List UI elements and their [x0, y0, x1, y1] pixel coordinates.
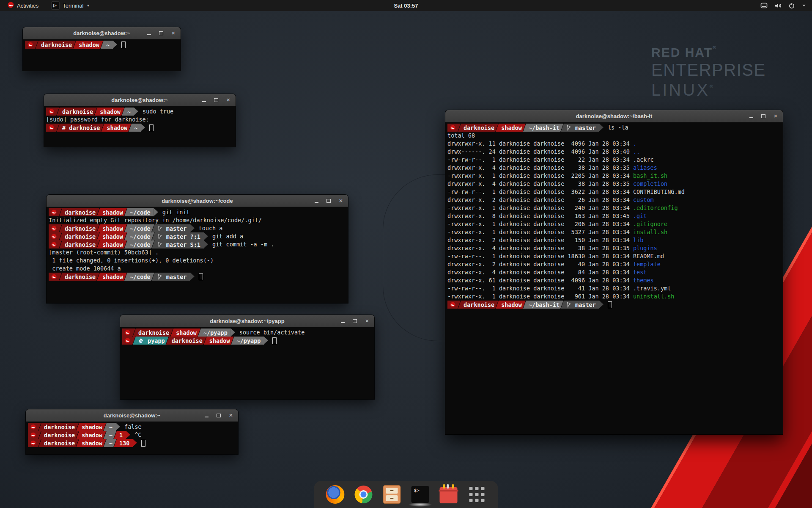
maximize-button[interactable]	[760, 113, 766, 119]
close-button[interactable]: ×	[228, 412, 234, 418]
prompt-segment-host: shadow	[97, 224, 127, 232]
output-text: total 68	[447, 132, 475, 139]
prompt-segment-git: master	[561, 124, 599, 132]
activities-label: Activities	[17, 3, 38, 9]
file-name: custom	[633, 196, 654, 203]
rhel-logo-redhat: RED HAT®	[651, 45, 766, 60]
minimize-button[interactable]	[313, 198, 319, 204]
window-titlebar[interactable]: darknoise@shadow:~×	[26, 409, 238, 422]
powerline-arrow-icon	[204, 240, 208, 248]
prompt-segment-user: darknoise	[59, 232, 99, 240]
maximize-button[interactable]	[352, 318, 358, 324]
maximize-icon	[214, 98, 218, 102]
output-line: create mode 100644 a	[49, 265, 346, 273]
dock-item-chrome[interactable]	[354, 485, 373, 504]
segment-text: ~/code	[130, 225, 151, 232]
app-menu-terminal[interactable]: $> Terminal ▼	[48, 0, 93, 11]
file-name: completion	[633, 180, 667, 187]
terminal-body[interactable]: darknoiseshadow~/codegit initInitialized…	[47, 207, 348, 303]
output-text: drwxrwxr-x. 4 darknoise darknoise 84 Jan…	[447, 269, 633, 276]
terminal-body[interactable]: darknoiseshadow~sudo true[sudo] password…	[44, 106, 236, 147]
grid-dot	[475, 487, 479, 490]
terminal-cursor	[141, 440, 145, 447]
output-line: drwx------. 24 darknoise darknoise 4096 …	[447, 148, 781, 156]
file-name: uninstall.sh	[633, 293, 675, 300]
prompt-line: darknoiseshadow~false	[28, 423, 236, 431]
terminal-body[interactable]: darknoiseshadow~/pyappsource bin/activat…	[120, 327, 374, 399]
prompt-segment-path: ~/code	[124, 224, 154, 232]
output-line: [sudo] password for darknoise:	[46, 116, 233, 124]
window-titlebar[interactable]: darknoise@shadow:~/pyapp×	[120, 315, 374, 327]
grid-dot	[469, 487, 473, 490]
file-name: ..	[633, 148, 640, 155]
clock[interactable]: Sat 03:57	[394, 3, 418, 9]
window-titlebar[interactable]: darknoise@shadow:~/code×	[47, 195, 348, 207]
powerline-arrow-icon	[154, 208, 158, 216]
terminal-body[interactable]: darknoiseshadow~	[23, 39, 181, 71]
command-text: git init	[162, 208, 190, 216]
close-button[interactable]: ×	[364, 318, 370, 324]
minimize-button[interactable]	[201, 97, 207, 103]
segment-text: shadow	[501, 301, 522, 308]
output-line: [master (root-commit) 50bcb63] .	[49, 248, 346, 257]
terminal-body[interactable]: darknoiseshadow~falsedarknoiseshadow~1^C…	[26, 422, 238, 454]
output-text: drwxrwxr-x. 2 darknoise darknoise 40 Jan…	[447, 261, 633, 268]
terminal-body[interactable]: darknoiseshadow~/bash-itmasterls -latota…	[445, 122, 783, 434]
window-title: darknoise@shadow:~/bash-it	[576, 113, 653, 119]
minimize-button[interactable]	[748, 113, 754, 119]
powerline-arrow-icon	[190, 273, 195, 280]
minimize-button[interactable]	[146, 30, 152, 36]
command-text: source bin/activate	[239, 329, 304, 337]
powerline-arrow-icon	[231, 329, 235, 336]
output-text: -rwxrwxr-x. 1 darknoise darknoise 206 Ja…	[447, 221, 633, 227]
window-buttons: ×	[340, 315, 370, 327]
maximize-button[interactable]	[158, 30, 164, 36]
close-button[interactable]: ×	[225, 97, 231, 103]
prompt-segment-exit: 130	[114, 439, 133, 447]
maximize-button[interactable]	[213, 97, 219, 103]
command-text: ls -la	[608, 124, 628, 132]
dock-item-files[interactable]	[382, 485, 402, 504]
segment-text: darknoise	[65, 233, 96, 240]
window-titlebar[interactable]: darknoise@shadow:~×	[44, 94, 236, 106]
segment-text: darknoise	[44, 432, 75, 439]
window-titlebar[interactable]: darknoise@shadow:~/bash-it×	[445, 110, 783, 122]
dock-item-firefox[interactable]	[326, 485, 345, 504]
close-button[interactable]: ×	[170, 30, 176, 36]
prompt-segment-user: darknoise	[133, 329, 173, 337]
prompt-segment-user: darknoise	[166, 337, 206, 345]
dock-item-toolbox[interactable]	[439, 485, 458, 504]
prompt-segment-path: ~/pyapp	[231, 337, 264, 345]
window-terminal-home-sudo: darknoise@shadow:~×darknoiseshadow~sudo …	[44, 94, 236, 147]
minimize-button[interactable]	[203, 412, 209, 418]
segment-text: # darknoise	[62, 124, 100, 131]
dock-item-terminal[interactable]: $>	[411, 485, 430, 504]
prompt-segment-path: ~/bash-it	[523, 124, 563, 132]
segment-text: ~/code	[130, 273, 151, 280]
segment-text: shadow	[82, 440, 102, 447]
window-titlebar[interactable]: darknoise@shadow:~×	[23, 27, 181, 39]
system-status-area[interactable]	[760, 2, 812, 9]
prompt-segment-path: ~/code	[124, 208, 154, 216]
prompt-segment-user: darknoise	[38, 431, 79, 439]
close-button[interactable]: ×	[338, 198, 344, 204]
activities-button[interactable]: Activities	[4, 1, 42, 10]
prompt-line: darknoiseshadow~1^C	[28, 431, 236, 439]
segment-text: darknoise	[65, 241, 96, 248]
prompt-segment-path: ~/code	[124, 232, 154, 240]
close-button[interactable]: ×	[773, 113, 779, 119]
maximize-button[interactable]	[216, 412, 222, 418]
prompt-segment-user: darknoise	[38, 423, 79, 431]
dock-item-app-grid[interactable]	[467, 485, 487, 504]
command-text: git commit -a -m .	[212, 240, 274, 248]
segment-text: darknoise	[464, 301, 494, 308]
maximize-button[interactable]	[326, 198, 332, 204]
segment-text: ~/code	[130, 241, 151, 248]
prompt-segment-user: darknoise	[57, 108, 97, 116]
output-text: create mode 100644 a	[49, 265, 121, 272]
minimize-button[interactable]	[340, 318, 346, 324]
output-line: -rw-rw-r--. 1 darknoise darknoise 3622 J…	[447, 188, 781, 196]
chrome-icon	[355, 486, 373, 503]
prompt-line: pyappdarknoiseshadow~/pyapp	[122, 337, 372, 345]
prompt-segment-user: darknoise	[458, 124, 498, 132]
